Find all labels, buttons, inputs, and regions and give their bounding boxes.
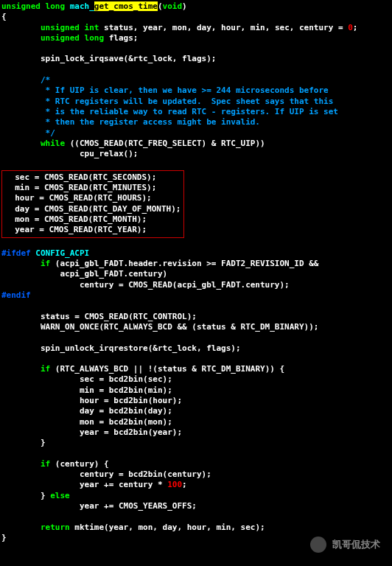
return-body: mktime(year, mon, day, hour, min, sec); — [70, 523, 265, 532]
decl-ulong: unsigned long — [41, 33, 104, 43]
brace-close: } — [1, 533, 7, 542]
num-zero: 0 — [348, 23, 353, 32]
while-body: cpu_relax(); — [1, 149, 138, 158]
watermark-icon — [310, 537, 326, 553]
comment-l5: * then the register access might be inva… — [1, 117, 260, 127]
fn-name-pre: mach_ — [70, 1, 94, 11]
else-kw: else — [50, 491, 70, 500]
pp-config: CONFIG_ACPI — [31, 248, 89, 258]
comment-l3: * RTC registers will be updated. Spec sh… — [1, 97, 333, 106]
century-cond: (century) { — [50, 459, 108, 469]
pp-ifdef: #ifdef — [1, 248, 31, 258]
brace-open: { — [1, 12, 7, 21]
decl-vars2: flags; — [104, 33, 138, 43]
num-100: 100 — [167, 480, 182, 489]
param-void: void — [163, 1, 183, 11]
comment-l6: */ — [1, 128, 55, 138]
century-if: if — [41, 459, 50, 469]
pp-endif: #endif — [1, 290, 31, 300]
decl-vars1: status, year, mon, day, hour, min, sec, … — [99, 23, 348, 32]
comment-l2: * If UIP is clear, then we have >= 244 m… — [1, 85, 329, 95]
bcd-cond: (RTC_ALWAYS_BCD || !(status & RTC_DM_BIN… — [50, 364, 284, 374]
acpi-cond: (acpi_gbl_FADT.header.revision >= FADT2_… — [50, 259, 318, 268]
comment-l1: /* — [1, 75, 50, 85]
acpi-if: if — [41, 259, 50, 268]
comment-l4: * is the reliable way to read RTC - regi… — [1, 107, 338, 116]
fn-name-highlight: get_cmos_time — [94, 1, 158, 11]
decl-uint: unsigned int — [41, 23, 99, 32]
watermark-text: 凯哥侃技术 — [332, 539, 380, 551]
acpi-body: century = CMOS_READ(acpi_gbl_FADT.centur… — [1, 280, 290, 290]
while-kw: while — [41, 139, 65, 148]
code-block: unsigned long mach_get_cmos_time(void) {… — [0, 0, 392, 545]
return-type: unsigned long — [1, 1, 65, 11]
return-kw: return — [41, 523, 70, 532]
warn-line: WARN_ON_ONCE(RTC_ALWAYS_BCD && (status &… — [1, 322, 318, 332]
watermark: 凯哥侃技术 — [310, 537, 380, 553]
unlock-line: spin_unlock_irqrestore(&rtc_lock, flags)… — [1, 343, 241, 353]
bcd-if: if — [41, 364, 50, 374]
acpi-cond2: acpi_gbl_FADT.century) — [1, 269, 167, 279]
red-box: sec = CMOS_READ(RTC_SECONDS); min = CMOS… — [1, 170, 184, 238]
status-line: status = CMOS_READ(RTC_CONTROL); — [1, 312, 197, 321]
spinlock-call: spin_lock_irqsave(&rtc_lock, flags); — [1, 54, 216, 63]
while-cond: ((CMOS_READ(RTC_FREQ_SELECT) & RTC_UIP)) — [65, 139, 265, 148]
